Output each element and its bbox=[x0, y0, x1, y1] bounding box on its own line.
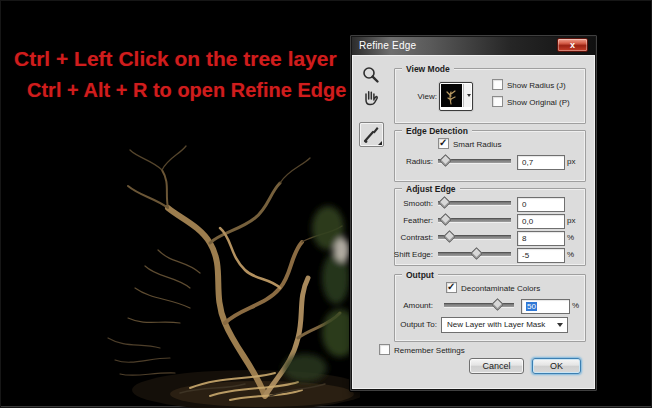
ok-button[interactable]: OK bbox=[532, 358, 581, 374]
smooth-row: Smooth: 0 bbox=[395, 197, 585, 209]
view-label: View: bbox=[391, 92, 437, 101]
feather-row: Feather: 0,0 px bbox=[395, 214, 585, 226]
amount-row: Amount: 50 % bbox=[395, 299, 585, 311]
checkbox-label: Remember Settings bbox=[394, 346, 465, 355]
checkbox-box bbox=[446, 282, 457, 293]
checkbox-box bbox=[438, 138, 449, 149]
contrast-label: Contrast: bbox=[387, 233, 433, 242]
radius-unit: px bbox=[567, 157, 575, 166]
radius-value: 0,7 bbox=[522, 158, 533, 167]
hand-tool-icon[interactable] bbox=[360, 87, 382, 107]
smooth-value: 0 bbox=[522, 200, 526, 209]
cancel-button[interactable]: Cancel bbox=[469, 358, 524, 374]
amount-label: Amount: bbox=[387, 301, 433, 310]
close-button[interactable]: x bbox=[557, 38, 588, 52]
edge-detection-group-title: Edge Detection bbox=[402, 126, 472, 136]
edge-detection-group: Edge Detection Smart Radius Radius: 0,7 … bbox=[394, 130, 586, 182]
slider-thumb[interactable] bbox=[491, 298, 504, 311]
show-radius-checkbox[interactable]: Show Radius (J) bbox=[492, 79, 566, 90]
slider-thumb[interactable] bbox=[439, 213, 452, 226]
contrast-field[interactable]: 8 bbox=[517, 231, 565, 246]
checkbox-label: Show Radius (J) bbox=[507, 81, 566, 90]
instruction-line-1: Ctrl + Left Click on the tree layer bbox=[14, 47, 337, 71]
smart-radius-checkbox[interactable]: Smart Radius bbox=[438, 138, 501, 149]
checkbox-box bbox=[379, 344, 390, 355]
chevron-down-icon bbox=[467, 94, 471, 97]
output-to-label: Output To: bbox=[391, 320, 437, 329]
radius-field[interactable]: 0,7 bbox=[517, 155, 565, 170]
amount-field[interactable]: 50 bbox=[521, 299, 570, 314]
shift-edge-unit: % bbox=[567, 250, 574, 259]
feather-slider[interactable] bbox=[438, 214, 511, 225]
output-group-title: Output bbox=[402, 270, 438, 280]
tree-image bbox=[40, 138, 360, 408]
feather-field[interactable]: 0,0 bbox=[517, 214, 565, 229]
feather-value: 0,0 bbox=[522, 217, 533, 226]
shift-edge-value: -5 bbox=[522, 251, 529, 260]
contrast-row: Contrast: 8 % bbox=[395, 231, 585, 243]
shift-edge-row: Shift Edge: -5 % bbox=[395, 248, 585, 260]
tool-flyout-indicator bbox=[378, 141, 382, 145]
shift-edge-field[interactable]: -5 bbox=[517, 248, 565, 263]
checkbox-box bbox=[492, 96, 503, 107]
slider-thumb[interactable] bbox=[439, 154, 452, 167]
adjust-edge-group: Adjust Edge Smooth: 0 Feather: bbox=[394, 188, 586, 266]
view-mode-group-title: View Mode bbox=[402, 64, 454, 74]
amount-slider[interactable] bbox=[444, 299, 514, 310]
smooth-slider[interactable] bbox=[438, 197, 511, 208]
contrast-slider[interactable] bbox=[438, 231, 511, 242]
output-to-row: Output To: New Layer with Layer Mask bbox=[395, 317, 585, 329]
adjust-edge-group-title: Adjust Edge bbox=[402, 184, 460, 194]
amount-unit: % bbox=[572, 301, 579, 310]
dialog-title: Refine Edge bbox=[359, 40, 416, 51]
close-icon: x bbox=[570, 40, 575, 50]
smooth-field[interactable]: 0 bbox=[517, 197, 565, 212]
view-thumbnail-image bbox=[441, 84, 462, 107]
instruction-line-2: Ctrl + Alt + R to open Refine Edge bbox=[27, 79, 346, 102]
radius-label: Radius: bbox=[387, 157, 433, 166]
feather-unit: px bbox=[567, 216, 575, 225]
checkbox-label: Show Original (P) bbox=[507, 98, 570, 107]
contrast-value: 8 bbox=[522, 234, 526, 243]
amount-value-selected: 50 bbox=[526, 302, 537, 311]
shift-edge-label: Shift Edge: bbox=[387, 250, 433, 259]
checkbox-label: Smart Radius bbox=[453, 140, 501, 149]
view-thumbnail-dropdown[interactable] bbox=[439, 82, 473, 111]
chevron-down-icon bbox=[557, 323, 563, 327]
dialog-body: View Mode View: Show Radius (J) Show Ori… bbox=[352, 55, 595, 389]
smooth-label: Smooth: bbox=[387, 199, 433, 208]
checkbox-label: Decontaminate Colors bbox=[461, 284, 540, 293]
radius-row: Radius: 0,7 px bbox=[395, 155, 585, 167]
show-original-checkbox[interactable]: Show Original (P) bbox=[492, 96, 570, 107]
shift-edge-slider[interactable] bbox=[438, 248, 511, 259]
output-group: Output Decontaminate Colors Amount: 50 % bbox=[394, 274, 586, 342]
decontaminate-colors-checkbox[interactable]: Decontaminate Colors bbox=[446, 282, 540, 293]
screenshot-canvas: Ctrl + Left Click on the tree layer Ctrl… bbox=[0, 0, 652, 408]
remember-settings-checkbox[interactable]: Remember Settings bbox=[379, 344, 465, 355]
dialog-titlebar[interactable]: Refine Edge x bbox=[352, 37, 595, 55]
radius-slider[interactable] bbox=[438, 155, 511, 166]
slider-thumb[interactable] bbox=[443, 230, 456, 243]
view-mode-group: View Mode View: Show Radius (J) Show Ori… bbox=[394, 68, 586, 124]
feather-label: Feather: bbox=[387, 216, 433, 225]
output-to-dropdown[interactable]: New Layer with Layer Mask bbox=[441, 317, 568, 333]
contrast-unit: % bbox=[567, 233, 574, 242]
checkbox-box bbox=[492, 79, 503, 90]
slider-thumb[interactable] bbox=[470, 247, 483, 260]
slider-thumb[interactable] bbox=[438, 196, 451, 209]
output-to-value: New Layer with Layer Mask bbox=[447, 320, 545, 329]
refine-radius-tool-button[interactable] bbox=[359, 122, 384, 147]
refine-edge-dialog: Refine Edge x bbox=[349, 34, 598, 392]
zoom-tool-icon[interactable] bbox=[361, 65, 381, 85]
